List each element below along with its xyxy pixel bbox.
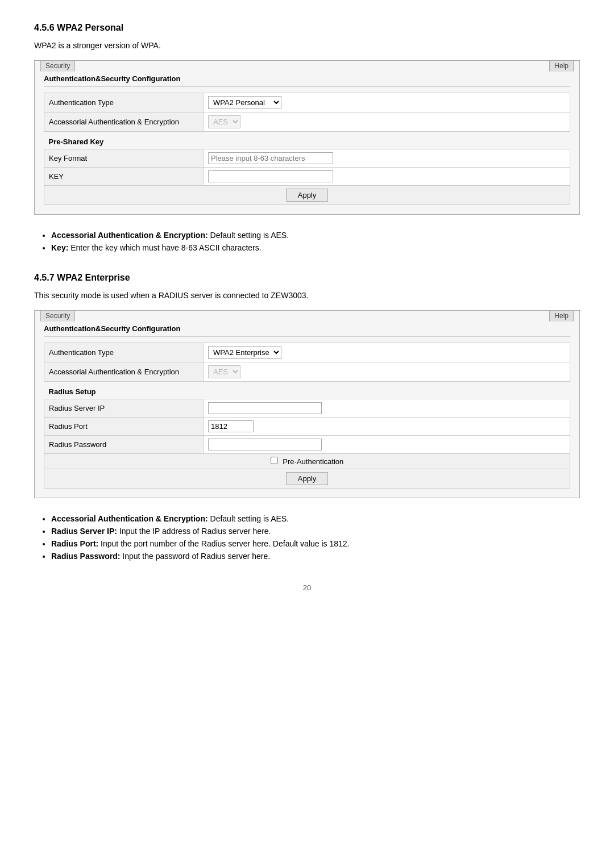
radius-ip-label: Radius Server IP [44,399,204,418]
pre-auth-label: Pre-Authentication [283,457,343,466]
radius-port-row: Radius Port [44,418,570,436]
radius-password-label: Radius Password [44,436,204,454]
radius-port-input[interactable] [208,420,254,432]
radius-ip-row: Radius Server IP [44,399,570,418]
section1-bullet-2-bold: Key: [51,243,68,252]
auth-type-label: Authentication Type [44,93,204,112]
section2-bullet-1-text: Default setting is AES. [208,514,289,523]
key-cell [204,168,570,186]
key-format-cell [204,149,570,168]
section2-help-button[interactable]: Help [549,310,574,322]
section2-heading: 4.5.7 WPA2 Enterprise [34,273,580,283]
pre-auth-cell: Pre-Authentication [44,454,570,469]
radius-password-cell [204,436,570,454]
section1-help-button[interactable]: Help [549,60,574,72]
section2-apply-row: Apply [44,469,570,489]
section2-bullet-1-bold: Accessorial Authentication & Encryption: [51,514,208,523]
section2-bullet-3-text: Input the port number of the Radius serv… [98,539,349,548]
section1-apply-button[interactable]: Apply [286,189,329,202]
section1-bullet-1-bold: Accessorial Authentication & Encryption: [51,231,208,240]
section2-intro: This security mode is used when a RADIUS… [34,291,580,300]
page-number: 20 [34,583,580,592]
pre-auth-row: Pre-Authentication [44,454,570,469]
auth-type-cell: WPA2 Personal WPA2 Enterprise WPA Person… [204,93,570,112]
section2-acc-enc-select[interactable]: AES [208,365,240,378]
radius-port-cell [204,418,570,436]
section2-bullets: Accessorial Authentication & Encryption:… [51,514,580,561]
section2-bullet-2-text: Input the IP address of Radius server he… [117,527,271,536]
acc-enc-row: Accessorial Authentication & Encryption … [44,112,570,132]
section2-bullet-2: Radius Server IP: Input the IP address o… [51,527,580,536]
section2-auth-type-select[interactable]: WPA2 Personal WPA2 Enterprise WPA Person… [208,346,281,359]
section2-auth-type-label: Authentication Type [44,343,204,362]
section2-auth-type-row: Authentication Type WPA2 Personal WPA2 E… [44,343,570,362]
preshared-header-row: Pre-Shared Key [44,132,570,149]
radius-header: Radius Setup [44,382,570,399]
radius-password-row: Radius Password [44,436,570,454]
auth-type-row: Authentication Type WPA2 Personal WPA2 E… [44,93,570,112]
acc-enc-label: Accessorial Authentication & Encryption [44,112,204,132]
section2-auth-type-cell: WPA2 Personal WPA2 Enterprise WPA Person… [204,343,570,362]
key-format-row: Key Format [44,149,570,168]
section1-heading: 4.5.6 WPA2 Personal [34,23,580,33]
section2-acc-enc-row: Accessorial Authentication & Encryption … [44,362,570,382]
section1-bullet-1-text: Default setting is AES. [208,231,289,240]
section2-panel-tab: Security [40,310,75,322]
section2-bullet-4-text: Input the password of Radius server here… [120,552,270,561]
acc-enc-cell: AES [204,112,570,132]
section2-bullet-4-bold: Radius Password: [51,552,120,561]
section1-intro: WPA2 is a stronger version of WPA. [34,41,580,50]
key-row: KEY [44,168,570,186]
auth-type-select[interactable]: WPA2 Personal WPA2 Enterprise WPA Person… [208,96,281,109]
radius-port-label: Radius Port [44,418,204,436]
acc-enc-select[interactable]: AES [208,115,240,128]
section1-panel-tab: Security [40,60,75,72]
section2-acc-enc-cell: AES [204,362,570,382]
radius-header-row: Radius Setup [44,382,570,399]
key-format-input[interactable] [208,152,333,164]
section2-apply-button[interactable]: Apply [286,472,329,485]
section1-form-table: Authentication Type WPA2 Personal WPA2 E… [44,93,570,205]
section1-bullets: Accessorial Authentication & Encryption:… [51,231,580,252]
section1-apply-cell: Apply [44,186,570,205]
section2-bullet-3-bold: Radius Port: [51,539,98,548]
section2-bullet-4: Radius Password: Input the password of R… [51,552,580,561]
section1-bullet-2-text: Enter the key which must have 8-63 ASCII… [68,243,261,252]
section1-panel: Security Help Authentication&Security Co… [34,60,580,215]
radius-ip-input[interactable] [208,402,322,414]
section1-config-title: Authentication&Security Configuration [44,74,570,87]
section2-apply-cell: Apply [44,469,570,489]
section1-apply-row: Apply [44,186,570,205]
section2-bullet-1: Accessorial Authentication & Encryption:… [51,514,580,523]
section2-acc-enc-label: Accessorial Authentication & Encryption [44,362,204,382]
section2-config-title: Authentication&Security Configuration [44,324,570,337]
section2-form-table: Authentication Type WPA2 Personal WPA2 E… [44,343,570,489]
key-label: KEY [44,168,204,186]
section1-bullet-2: Key: Enter the key which must have 8-63 … [51,243,580,252]
radius-password-input[interactable] [208,439,322,450]
key-input[interactable] [208,170,333,182]
section2-bullet-3: Radius Port: Input the port number of th… [51,539,580,548]
radius-ip-cell [204,399,570,418]
key-format-label: Key Format [44,149,204,168]
pre-auth-checkbox[interactable] [271,457,278,464]
preshared-header: Pre-Shared Key [44,132,570,149]
section2-bullet-2-bold: Radius Server IP: [51,527,117,536]
section1-bullet-1: Accessorial Authentication & Encryption:… [51,231,580,240]
section2-panel: Security Help Authentication&Security Co… [34,310,580,498]
